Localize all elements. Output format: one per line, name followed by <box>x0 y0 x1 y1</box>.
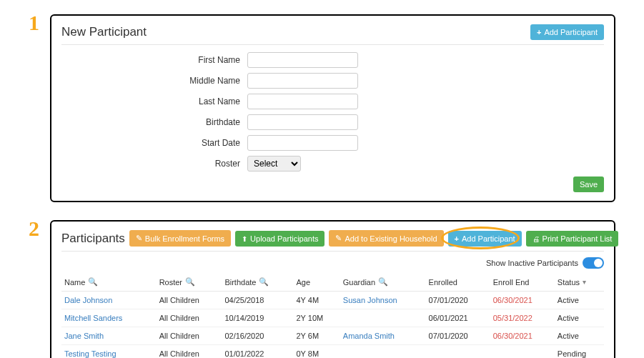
cell-enrollend: 06/30/2021 <box>490 327 555 345</box>
cell-enrollend: 05/31/2022 <box>490 309 555 327</box>
cell-birthdate: 04/25/2018 <box>222 292 293 309</box>
add-participant-button-top[interactable]: Add Participant <box>530 24 604 40</box>
table-header-row: Name🔍 Roster🔍 Birthdate🔍 Age Guardian🔍 E… <box>61 273 604 292</box>
print-icon <box>532 234 540 243</box>
search-icon[interactable]: 🔍 <box>378 277 388 287</box>
participant-name-link[interactable]: Dale Johnson <box>64 296 112 304</box>
callout-number-2: 2 <box>21 217 39 241</box>
cell-roster: All Children <box>157 292 222 309</box>
panel-title: New Participant <box>61 25 147 39</box>
add-participant-label: Add Participant <box>544 28 598 36</box>
cell-roster: All Children <box>157 327 222 345</box>
print-list-label: Print Participant List <box>543 234 613 243</box>
col-age: Age <box>296 278 310 287</box>
col-enrolled: Enrolled <box>429 278 457 287</box>
participant-name-link[interactable]: Jane Smith <box>64 332 104 340</box>
cell-enrollend <box>490 345 555 359</box>
cell-roster: All Children <box>157 309 222 327</box>
show-inactive-toggle[interactable] <box>583 257 604 269</box>
upload-participants-button[interactable]: Upload Participants <box>235 231 325 247</box>
table-row: Jane SmithAll Children02/16/20202Y 6MAma… <box>61 327 604 345</box>
chevron-down-icon[interactable]: ▾ <box>583 278 586 286</box>
middle-name-input[interactable] <box>247 73 358 89</box>
plus-icon <box>455 234 459 243</box>
cell-age: 4Y 4M <box>293 292 340 309</box>
cell-status: Active <box>555 309 604 327</box>
print-list-button[interactable]: Print Participant List <box>526 231 619 247</box>
birthdate-input[interactable] <box>247 114 358 130</box>
guardian-link[interactable]: Amanda Smith <box>343 332 395 340</box>
upload-icon <box>242 234 247 243</box>
first-name-label: First Name <box>61 55 247 65</box>
last-name-input[interactable] <box>247 94 358 109</box>
col-name: Name <box>64 278 85 287</box>
col-status: Status <box>558 278 580 287</box>
cell-age: 2Y 6M <box>293 327 340 345</box>
cell-enrolled: 07/01/2020 <box>426 327 490 345</box>
upload-participants-label: Upload Participants <box>250 234 318 243</box>
cell-age: 2Y 10M <box>293 309 340 327</box>
start-date-label: Start Date <box>61 138 247 148</box>
edit-icon <box>136 234 142 243</box>
new-participant-panel: New Participant Add Participant First Na… <box>50 14 615 202</box>
first-name-input[interactable] <box>247 52 358 68</box>
cell-enrolled: 06/01/2021 <box>426 309 490 327</box>
col-guardian: Guardian <box>343 278 375 287</box>
bulk-enrollment-label: Bulk Enrollment Forms <box>145 234 224 243</box>
add-existing-label: Add to Existing Household <box>345 234 437 243</box>
participant-name-link[interactable]: Mitchell Sanders <box>64 314 122 322</box>
table-row: Dale JohnsonAll Children04/25/20184Y 4MS… <box>61 292 604 309</box>
add-participant-label: Add Participant <box>462 234 515 243</box>
col-roster: Roster <box>159 278 182 287</box>
participant-name-link[interactable]: Testing Testing <box>64 349 117 358</box>
cell-status: Active <box>555 327 604 345</box>
roster-select[interactable]: Select <box>247 156 301 171</box>
add-participant-button[interactable]: Add Participant <box>448 231 522 247</box>
birthdate-label: Birthdate <box>61 117 247 127</box>
guardian-link[interactable]: Susan Johnson <box>343 296 397 304</box>
plus-icon <box>537 28 541 36</box>
search-icon[interactable]: 🔍 <box>185 277 195 287</box>
save-button[interactable]: Save <box>573 176 604 192</box>
cell-enrolled: 07/01/2020 <box>426 292 490 309</box>
col-birthdate: Birthdate <box>224 278 256 287</box>
search-icon[interactable]: 🔍 <box>259 277 269 287</box>
col-enrollend: Enroll End <box>493 278 530 287</box>
roster-label: Roster <box>61 159 247 169</box>
participants-title: Participants <box>61 232 125 246</box>
add-existing-household-button[interactable]: Add to Existing Household <box>329 230 443 247</box>
edit-icon <box>335 234 342 243</box>
cell-roster: All Children <box>157 345 222 359</box>
cell-birthdate: 10/14/2019 <box>222 309 293 327</box>
cell-birthdate: 01/01/2022 <box>222 345 293 359</box>
last-name-label: Last Name <box>61 96 247 106</box>
cell-enrolled <box>426 345 490 359</box>
cell-age: 0Y 8M <box>293 345 340 359</box>
participants-table: Name🔍 Roster🔍 Birthdate🔍 Age Guardian🔍 E… <box>61 273 604 358</box>
start-date-input[interactable] <box>247 135 358 151</box>
cell-birthdate: 02/16/2020 <box>222 327 293 345</box>
cell-status: Pending <box>555 345 604 359</box>
show-inactive-label: Show Inactive Participants <box>486 259 578 267</box>
callout-number-1: 1 <box>21 11 39 35</box>
cell-status: Active <box>555 292 604 309</box>
cell-enrollend: 06/30/2021 <box>490 292 555 309</box>
bulk-enrollment-button[interactable]: Bulk Enrollment Forms <box>129 230 231 247</box>
search-icon[interactable]: 🔍 <box>88 277 98 287</box>
middle-name-label: Middle Name <box>61 76 247 86</box>
table-row: Testing TestingAll Children01/01/20220Y … <box>61 345 604 359</box>
participants-panel: Participants Bulk Enrollment Forms Uploa… <box>50 220 615 358</box>
table-row: Mitchell SandersAll Children10/14/20192Y… <box>61 309 604 327</box>
